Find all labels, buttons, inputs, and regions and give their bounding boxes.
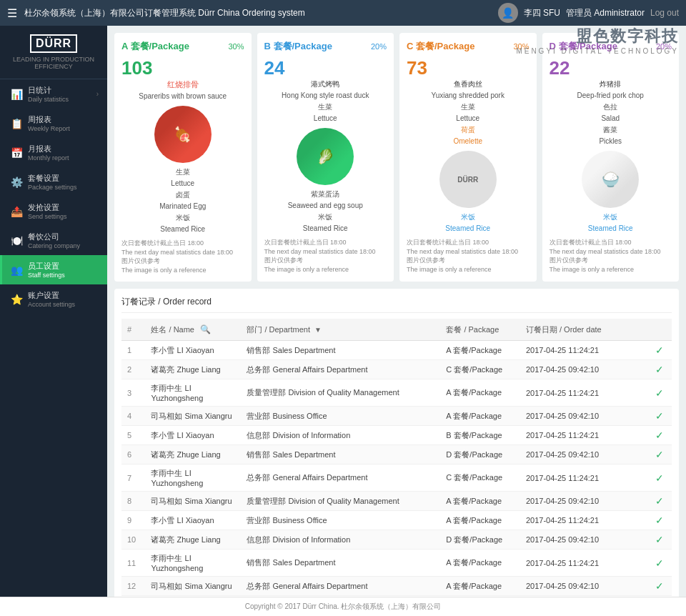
- sidebar-item-send-settings[interactable]: 📤 发抢设置 Send settings: [0, 197, 107, 226]
- card-a-food-img: 🍖: [154, 106, 212, 163]
- cell-date: 2017-04-25 11:24:21: [520, 550, 648, 577]
- name-search-button[interactable]: 🔍: [197, 323, 214, 336]
- package-card-d: D 套餐/Package 20% 22 炸猪排 Deep-fried pork …: [542, 33, 680, 282]
- logout-link[interactable]: Log out: [650, 8, 679, 18]
- cell-date: 2017-04-25 11:24:21: [520, 465, 648, 492]
- cell-pkg: B 套餐/Package: [440, 596, 520, 597]
- cell-dept: 质量管理部 Division of Quality Management: [241, 596, 440, 597]
- check-icon: ✓: [655, 429, 664, 441]
- cell-name: 李雨中生 LI Yuzhongsheng: [145, 379, 241, 407]
- weekly-icon: 📋: [11, 118, 22, 129]
- cell-pkg: A 套餐/Package: [440, 577, 520, 596]
- cell-num: 3: [121, 379, 145, 407]
- cell-pkg: C 套餐/Package: [440, 465, 520, 492]
- sidebar-logo: DÜRR LEADING IN PRODUCTION EFFICIENCY: [0, 26, 107, 79]
- card-d-image: 🍚: [550, 151, 672, 208]
- cell-action: ✓: [648, 426, 672, 445]
- col-header-dept: 部门 / Department ▼: [241, 319, 440, 341]
- card-b-item1-zh: 生菜: [264, 102, 387, 112]
- cell-name: 李小雪 LI Xiaoyan: [145, 341, 241, 360]
- tagline: LEADING IN PRODUCTION EFFICIENCY: [9, 56, 99, 70]
- card-a-header: A 套餐/Package 30%: [121, 40, 244, 53]
- cell-dept: 信息部 Division of Information: [241, 530, 440, 550]
- cell-date: 2017-04-25 11:24:21: [520, 596, 648, 597]
- card-a-item2-en: Marinated Egg: [121, 202, 244, 212]
- dept-filter-button[interactable]: ▼: [313, 324, 323, 335]
- cell-pkg: A 套餐/Package: [440, 407, 520, 426]
- cell-dept: 销售部 Sales Department: [241, 341, 440, 360]
- table-row: 10 诸葛亮 Zhuge Liang 信息部 Division of Infor…: [121, 530, 672, 550]
- cell-name: 诸葛亮 Zhuge Liang: [145, 445, 241, 465]
- sidebar-item-catering[interactable]: 🍽️ 餐饮公司 Catering company: [0, 226, 107, 255]
- cell-pkg: D 套餐/Package: [440, 530, 520, 550]
- logo-box: DÜRR: [30, 34, 77, 53]
- system-title: 杜尔余领系统（上海）有限公司订餐管理系统 Dürr China Ordering…: [24, 7, 498, 19]
- account-label-zh: 账户设置: [28, 290, 75, 301]
- cell-name: 司马相如 Sima Xiangru: [145, 577, 241, 596]
- sidebar-item-weekly[interactable]: 📋 周报表 Weekly Report: [0, 109, 107, 138]
- table-row: 11 李雨中生 LI Yuzhongsheng 销售部 Sales Depart…: [121, 550, 672, 577]
- cell-dept: 质量管理部 Division of Quality Management: [241, 492, 440, 511]
- cell-num: 9: [121, 511, 145, 530]
- card-b-count: 24: [264, 57, 387, 79]
- table-row: 8 司马相如 Sima Xiangru 质量管理部 Division of Qu…: [121, 492, 672, 511]
- cell-name: 李雨中生 LI Yuzhongsheng: [145, 550, 241, 577]
- card-b-item3-en: Steamed Rice: [264, 224, 387, 234]
- card-a-title: A 套餐/Package: [121, 40, 189, 53]
- monthly-label-en: Monthly report: [28, 154, 69, 162]
- orders-section: 订餐记录 / Order record # 姓名 / Name 🔍: [114, 289, 679, 597]
- cell-num: 5: [121, 426, 145, 445]
- table-row: 1 李小雪 LI Xiaoyan 销售部 Sales Department A …: [121, 341, 672, 360]
- cell-num: 11: [121, 550, 145, 577]
- card-b-image: 🥬: [264, 128, 387, 185]
- cell-date: 2017-04-25 11:24:21: [520, 426, 648, 445]
- card-c-item1-en: Lettuce: [407, 114, 530, 124]
- col-header-pkg: 套餐 / Package: [440, 319, 520, 341]
- cell-dept: 营业部 Business Office: [241, 407, 440, 426]
- daily-label-zh: 日统计: [28, 85, 69, 96]
- staff-label-zh: 员工设置: [28, 261, 65, 272]
- card-d-note: 次日套餐统计截止当日 18:00The next day meal statis…: [550, 238, 672, 274]
- card-d-count: 22: [550, 57, 672, 79]
- card-a-item2-zh: 卤蛋: [121, 190, 244, 200]
- card-b-main-en: Hong Kong style roast duck: [264, 91, 387, 101]
- cell-action: ✓: [648, 341, 672, 360]
- cell-num: 12: [121, 577, 145, 596]
- table-row: 12 司马相如 Sima Xiangru 总务部 General Affairs…: [121, 577, 672, 596]
- col-header-action: [648, 319, 672, 341]
- card-b-item1-en: Lettuce: [264, 114, 387, 124]
- cell-num: 13: [121, 596, 145, 597]
- card-a-item1-zh: 生菜: [121, 167, 244, 177]
- sidebar-item-package-settings[interactable]: ⚙️ 套餐设置 Package settings: [0, 167, 107, 197]
- user-info: 👤 李四 SFU 管理员 Administrator Log out: [498, 3, 679, 23]
- card-b-percent: 20%: [371, 42, 387, 51]
- cell-action: ✓: [648, 492, 672, 511]
- user-role: 管理员 Administrator: [566, 7, 645, 19]
- cell-action: ✓: [648, 407, 672, 426]
- card-b-item2-zh: 紫菜蛋汤: [264, 189, 387, 199]
- sidebar-item-daily[interactable]: 📊 日统计 Daily statistics ›: [0, 79, 107, 109]
- card-d-main-en: Deep-fried pork chop: [550, 91, 672, 101]
- card-d-food-img: 🍚: [582, 151, 639, 208]
- check-icon: ✓: [655, 580, 664, 592]
- card-d-item3-en: Steamed Rice: [550, 224, 672, 234]
- cell-date: 2017-04-25 09:42:10: [520, 407, 648, 426]
- check-icon: ✓: [655, 449, 664, 460]
- weekly-label-en: Weekly Report: [28, 125, 70, 132]
- package-card-b: B 套餐/Package 20% 24 港式烤鸭 Hong Kong style…: [257, 33, 394, 282]
- cell-num: 4: [121, 407, 145, 426]
- card-d-item1-zh: 色拉: [550, 102, 672, 112]
- table-row: 2 诸葛亮 Zhuge Liang 总务部 General Affairs De…: [121, 360, 672, 379]
- sidebar-item-staff[interactable]: 👥 员工设置 Staff settings: [0, 255, 107, 284]
- cell-name: 李雨中生 LI Yuzhongsheng: [145, 465, 241, 492]
- card-d-main-zh: 炸猪排: [550, 79, 672, 89]
- table-row: 5 李小雪 LI Xiaoyan 信息部 Division of Informa…: [121, 426, 672, 445]
- sidebar-item-account[interactable]: ⭐ 账户设置 Account settings: [0, 284, 107, 314]
- package-card-c: C 套餐/Package 30% 73 鱼香肉丝 Yuxiang shredde…: [399, 33, 537, 282]
- menu-icon[interactable]: ☰: [7, 6, 17, 20]
- sidebar-item-monthly[interactable]: 📅 月报表 Monthly report: [0, 138, 107, 167]
- cell-dept: 总务部 General Affairs Department: [241, 465, 440, 492]
- table-row: 7 李雨中生 LI Yuzhongsheng 总务部 General Affai…: [121, 465, 672, 492]
- user-id: 李四 SFU: [524, 7, 560, 19]
- catering-label-en: Catering company: [28, 242, 80, 249]
